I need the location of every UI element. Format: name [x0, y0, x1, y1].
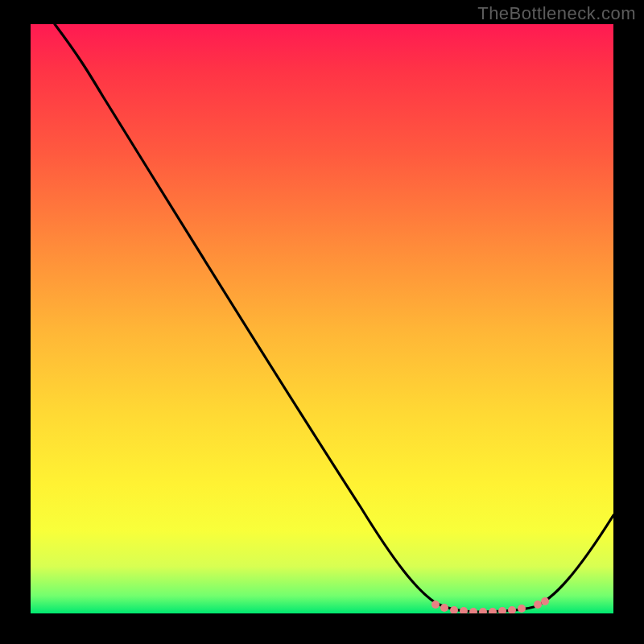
svg-point-10	[534, 601, 542, 609]
svg-point-11	[541, 597, 549, 605]
svg-point-9	[518, 605, 526, 613]
svg-point-2	[450, 606, 458, 613]
plot-area	[31, 24, 613, 613]
svg-point-1	[440, 604, 448, 612]
flat-region-markers	[431, 597, 549, 613]
curve-path	[55, 24, 613, 612]
watermark-text: TheBottleneck.com	[477, 3, 636, 24]
svg-point-5	[479, 608, 487, 613]
svg-point-3	[460, 607, 468, 613]
bottleneck-curve	[31, 24, 613, 613]
svg-point-8	[508, 606, 516, 613]
svg-point-6	[489, 608, 497, 613]
chart-frame: TheBottleneck.com	[0, 0, 644, 644]
svg-point-0	[431, 601, 440, 609]
svg-point-4	[469, 608, 477, 613]
svg-point-7	[498, 607, 506, 613]
